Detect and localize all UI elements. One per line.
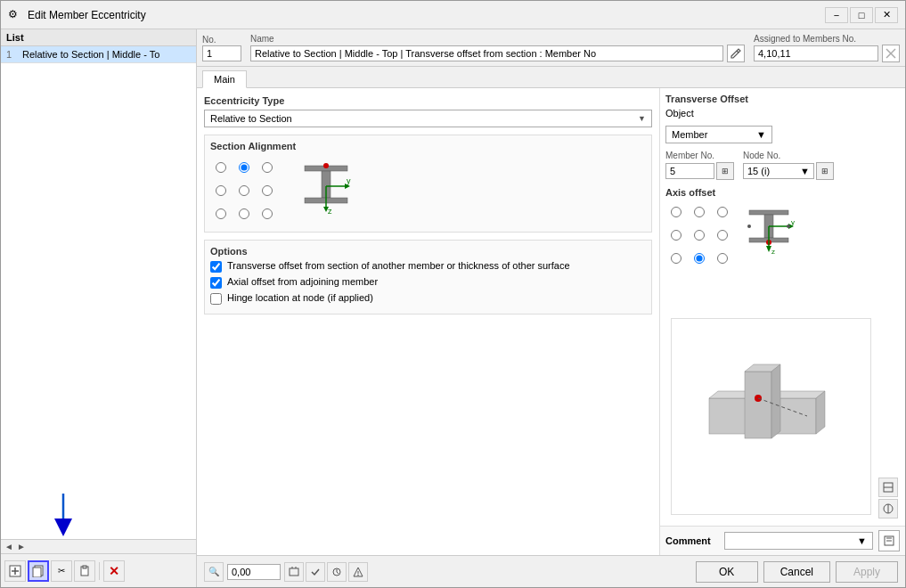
svg-rect-4: [33, 568, 41, 577]
align-radio-1-2[interactable]: [257, 180, 278, 201]
preview-btn-1[interactable]: [878, 478, 898, 497]
hinge-location-label: Hinge location at node (if applied): [227, 292, 373, 303]
axis-radio-1-1[interactable]: [694, 230, 705, 241]
comment-edit-button[interactable]: [878, 530, 900, 551]
list-content: 1 Relative to Section | Middle - To: [1, 46, 196, 539]
toolbar-separator: [99, 562, 100, 580]
left-content: Eccentricity Type Relative to Section ▼ …: [197, 88, 660, 555]
svg-rect-6: [83, 566, 86, 568]
maximize-button[interactable]: □: [850, 7, 873, 23]
bottom-icon-btn-4[interactable]: [348, 562, 368, 582]
axial-offset-label: Axial offset from adjoining member: [227, 276, 378, 287]
content-area: Eccentricity Type Relative to Section ▼ …: [197, 88, 905, 555]
tab-bar: Main: [197, 67, 905, 88]
eccentricity-type-title: Eccentricity Type: [204, 95, 652, 106]
object-dropdown[interactable]: Member ▼: [665, 126, 772, 143]
align-radio-1-0[interactable]: [210, 180, 232, 201]
list-toolbar: ✂ ✕: [1, 553, 196, 587]
close-button[interactable]: ✕: [875, 7, 898, 23]
bottom-icon-btn-2[interactable]: [306, 562, 325, 582]
duplicate-button[interactable]: [28, 560, 49, 582]
list-item-text: Relative to Section | Middle - To: [22, 49, 159, 60]
axis-radio-2-2[interactable]: [717, 253, 728, 264]
no-input[interactable]: 1: [202, 45, 241, 61]
apply-button[interactable]: Apply: [836, 561, 898, 583]
svg-marker-35: [816, 391, 825, 434]
axis-radio-0-2[interactable]: [717, 207, 728, 217]
3d-preview: [671, 318, 871, 516]
svg-point-56: [357, 574, 359, 576]
title-bar: ⚙ Edit Member Eccentricity − □ ✕: [1, 1, 905, 29]
paste-button[interactable]: [74, 560, 95, 582]
title-bar-left: ⚙ Edit Member Eccentricity: [8, 8, 146, 22]
app-icon: ⚙: [8, 8, 22, 22]
search-button[interactable]: 🔍: [204, 562, 224, 582]
status-input[interactable]: [227, 564, 281, 580]
svg-text:z: z: [771, 248, 775, 256]
svg-text:z: z: [328, 207, 332, 216]
node-no-value: 15 (i): [747, 166, 770, 176]
member-no-input[interactable]: [665, 163, 714, 179]
align-radio-2-1[interactable]: [233, 203, 255, 225]
axis-radio-2-1[interactable]: [694, 253, 705, 264]
axis-offset-radio-grid: [665, 201, 733, 269]
name-field-group: Name Relative to Section | Middle - Top …: [250, 34, 745, 62]
main-content: List 1 Relative to Section | Middle - To…: [1, 29, 905, 587]
bottom-icon-btn-1[interactable]: [284, 562, 304, 582]
svg-text:y: y: [347, 176, 351, 185]
axis-radio-1-0[interactable]: [671, 230, 682, 241]
new-item-button[interactable]: [4, 560, 26, 582]
3d-preview-svg: [691, 363, 852, 470]
comment-dropdown[interactable]: ▼: [724, 532, 873, 550]
hinge-location-checkbox[interactable]: [210, 293, 222, 305]
member-no-pick-button[interactable]: ⊞: [716, 162, 734, 180]
title-controls: − □ ✕: [825, 7, 898, 23]
scroll-left-arrow[interactable]: ◄: [4, 542, 13, 551]
axial-offset-checkbox[interactable]: [210, 277, 222, 289]
section-alignment-diagram: y z: [296, 155, 367, 226]
no-field-group: No. 1: [202, 35, 241, 61]
minimize-button[interactable]: −: [825, 7, 848, 23]
cancel-button[interactable]: Cancel: [763, 561, 830, 583]
eccentricity-type-dropdown[interactable]: Relative to Section ▼: [204, 110, 652, 127]
list-item[interactable]: 1 Relative to Section | Middle - To: [1, 46, 196, 63]
assigned-edit-button[interactable]: [882, 45, 900, 62]
list-item-num: 1: [6, 49, 19, 60]
transverse-offset-checkbox[interactable]: [210, 261, 222, 273]
align-radio-0-0[interactable]: [210, 157, 232, 178]
svg-rect-36: [745, 372, 771, 438]
right-section: Transverse Offset Object Member ▼: [660, 88, 905, 555]
align-radio-1-1[interactable]: [233, 180, 255, 201]
assigned-field-group: Assigned to Members No. 4,10,11: [754, 34, 900, 62]
align-radio-2-2[interactable]: [257, 203, 278, 225]
svg-line-53: [337, 572, 339, 574]
axis-radio-1-2[interactable]: [717, 230, 728, 241]
align-radio-0-2[interactable]: [257, 157, 278, 178]
alignment-radio-grid: [210, 157, 278, 225]
name-input[interactable]: Relative to Section | Middle - Top | Tra…: [250, 45, 723, 61]
node-no-field: Node No. 15 (i) ▼ ⊞: [743, 151, 834, 180]
scroll-right-arrow[interactable]: ►: [17, 542, 26, 551]
cut-button[interactable]: ✂: [51, 560, 72, 582]
align-radio-0-1[interactable]: [233, 157, 255, 178]
left-panel: List 1 Relative to Section | Middle - To…: [1, 29, 197, 587]
comment-label: Comment: [665, 535, 719, 546]
axis-radio-2-0[interactable]: [671, 253, 682, 264]
member-no-row: Member No. ⊞ Node No. 15 (i: [665, 151, 900, 180]
tab-main[interactable]: Main: [202, 70, 247, 88]
svg-line-8: [737, 51, 739, 53]
node-no-select[interactable]: 15 (i) ▼: [743, 163, 814, 179]
node-no-pick-button[interactable]: ⊞: [816, 162, 834, 180]
ok-button[interactable]: OK: [696, 561, 758, 583]
align-radio-2-0[interactable]: [210, 203, 232, 225]
preview-btn-2[interactable]: [878, 499, 898, 519]
preview-toolbar: [877, 313, 900, 521]
delete-button[interactable]: ✕: [103, 560, 125, 582]
name-edit-button[interactable]: [727, 45, 745, 62]
axis-radio-0-0[interactable]: [671, 207, 682, 217]
bottom-icon-btn-3[interactable]: [327, 562, 347, 582]
svg-marker-38: [771, 364, 780, 438]
no-label: No.: [202, 35, 241, 45]
assigned-input[interactable]: 4,10,11: [754, 45, 878, 61]
axis-radio-0-1[interactable]: [694, 207, 705, 217]
